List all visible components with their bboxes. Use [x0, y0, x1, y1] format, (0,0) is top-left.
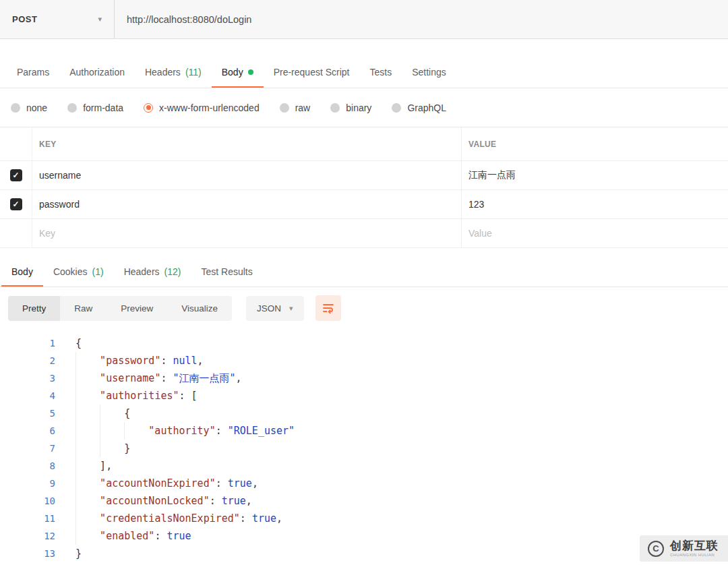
response-tab-test-results[interactable]: Test Results [191, 256, 262, 287]
postman-app: POST ▾ http://localhost:8080/doLogin Par… [0, 0, 728, 562]
table-header-row: KEY VALUE [0, 127, 728, 161]
code-token: "enabled" [100, 530, 154, 542]
row-checkbox[interactable]: ✓ [10, 169, 22, 181]
key-placeholder-input[interactable]: Key [32, 219, 462, 247]
key-cell[interactable]: password [32, 190, 462, 218]
tab-headers[interactable]: Headers(11) [135, 57, 212, 88]
code-token: , [198, 355, 204, 367]
radio-icon [392, 103, 401, 113]
code-content: { [75, 405, 130, 422]
tab-label: Tests [369, 67, 392, 78]
tab-label: Params [17, 67, 49, 78]
indent-guide [75, 527, 100, 545]
code-token: { [124, 407, 130, 419]
view-raw[interactable]: Raw [60, 296, 107, 321]
code-line: 2"password": null, [0, 352, 728, 369]
code-token: : [210, 495, 222, 507]
format-dropdown[interactable]: JSON ▾ [246, 296, 304, 321]
indent-guide [75, 422, 100, 440]
tab-body[interactable]: Body [212, 57, 264, 88]
body-type-x-www-form-urlencoded[interactable]: x-www-form-urlencoded [144, 102, 260, 113]
code-token: } [124, 442, 130, 454]
code-token: : [179, 390, 191, 402]
tab-authorization[interactable]: Authorization [59, 57, 135, 88]
value-cell[interactable]: 123 [462, 190, 728, 218]
tab-label: Test Results [201, 266, 252, 277]
code-token: true [252, 512, 276, 525]
tab-label: Body [222, 67, 243, 78]
response-tab-body[interactable]: Body [1, 256, 43, 287]
indent-guide [75, 475, 100, 492]
form-data-table: KEY VALUE ✓username江南一点雨✓password123 Key… [0, 127, 728, 248]
radio-icon [67, 103, 77, 113]
code-token: null [173, 355, 197, 367]
tab-label: Headers [145, 67, 181, 78]
code-token: true [222, 495, 246, 507]
line-number: 2 [0, 352, 75, 369]
tab-tests[interactable]: Tests [359, 57, 402, 88]
code-content: ], [75, 457, 112, 475]
indent-guide [75, 492, 100, 510]
indent-guide [100, 405, 124, 422]
watermark-title: 创新互联 [670, 540, 719, 553]
tab-label: Cookies [53, 266, 88, 277]
body-type-graphql[interactable]: GraphQL [392, 102, 446, 113]
body-type-form-data[interactable]: form-data [67, 102, 123, 113]
tab-settings[interactable]: Settings [402, 57, 456, 88]
code-content: } [75, 440, 130, 457]
code-content: "enabled": true [75, 527, 191, 545]
code-line: 11"credentialsNonExpired": true, [0, 510, 728, 527]
code-line: 8], [0, 457, 728, 475]
indent-guide [75, 352, 100, 369]
table-row: ✓username江南一点雨 [0, 161, 728, 190]
checkbox-cell: ✓ [0, 190, 32, 218]
tab-label: Body [11, 266, 33, 277]
code-token: : [240, 512, 252, 525]
tab-label: Pre-request Script [274, 67, 350, 78]
view-visualize[interactable]: Visualize [167, 296, 232, 321]
code-token: "authorities" [100, 390, 179, 402]
checkbox-column-header [0, 127, 32, 160]
value-cell[interactable]: 江南一点雨 [462, 161, 728, 189]
view-preview[interactable]: Preview [107, 296, 167, 321]
code-line: 12"enabled": true [0, 527, 728, 545]
key-cell[interactable]: username [32, 161, 462, 189]
code-token: true [228, 477, 252, 489]
indent-guide [75, 440, 100, 457]
request-url-bar: POST ▾ http://localhost:8080/doLogin [0, 0, 728, 39]
body-type-raw[interactable]: raw [280, 102, 311, 113]
indent-guide [75, 405, 100, 422]
line-number: 11 [0, 510, 75, 527]
row-checkbox[interactable]: ✓ [10, 198, 22, 210]
indent-guide [100, 422, 124, 440]
column-header-value: VALUE [462, 127, 728, 160]
code-content: "username": "江南一点雨", [75, 369, 242, 387]
radio-icon [144, 103, 153, 113]
line-number: 13 [0, 545, 75, 562]
checkbox-cell: ✓ [0, 161, 32, 189]
code-token: : [160, 355, 173, 367]
wrap-lines-button[interactable] [315, 295, 341, 321]
url-input[interactable]: http://localhost:8080/doLogin [115, 14, 728, 25]
code-token: , [246, 495, 252, 507]
response-tab-cookies[interactable]: Cookies(1) [43, 256, 114, 287]
code-content: "authorities": [ [75, 387, 198, 405]
radio-icon [11, 103, 20, 113]
tab-params[interactable]: Params [7, 57, 59, 88]
body-type-binary[interactable]: binary [330, 102, 371, 113]
body-type-none[interactable]: none [11, 102, 47, 113]
method-dropdown[interactable]: POST ▾ [0, 0, 115, 38]
tab-pre-request-script[interactable]: Pre-request Script [264, 57, 360, 88]
code-token: , [236, 372, 242, 384]
indent-guide [75, 510, 100, 527]
view-pretty[interactable]: Pretty [8, 296, 60, 321]
code-content: "accountNonExpired": true, [75, 475, 258, 492]
value-placeholder-input[interactable]: Value [462, 219, 728, 247]
wrap-lines-icon [322, 301, 335, 315]
radio-label: GraphQL [407, 102, 446, 113]
tab-label: Headers [124, 266, 160, 277]
code-token: "accountNonExpired" [100, 477, 216, 489]
response-tab-headers[interactable]: Headers(12) [114, 256, 191, 287]
radio-label: binary [346, 102, 371, 113]
indent-guide [124, 422, 148, 440]
